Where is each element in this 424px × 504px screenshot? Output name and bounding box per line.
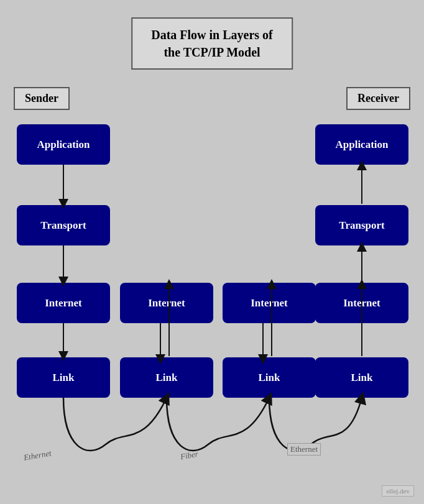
sender-transport-block: Transport: [17, 205, 110, 245]
receiver-link-block: Link: [315, 357, 408, 398]
title-line2: the TCP/IP Model: [164, 45, 260, 59]
title-line1: Data Flow in Layers of: [151, 28, 273, 42]
ethernet-label-1: Ethernet: [23, 448, 52, 463]
sender-label: Sender: [14, 87, 70, 110]
receiver-internet-block: Internet: [315, 283, 408, 323]
receiver-transport-block: Transport: [315, 205, 408, 245]
diagram-title: Data Flow in Layers of the TCP/IP Model: [131, 17, 293, 70]
sender-internet-block: Internet: [17, 283, 110, 323]
ethernet-label-2: Ethernet: [287, 443, 321, 456]
receiver-label: Receiver: [346, 87, 410, 110]
router2-internet-block: Internet: [223, 283, 316, 323]
router2-link-block: Link: [223, 357, 316, 398]
sender-application-block: Application: [17, 124, 110, 165]
router1-internet-block: Internet: [120, 283, 213, 323]
sender-link-block: Link: [17, 357, 110, 398]
router1-link-block: Link: [120, 357, 213, 398]
watermark: ellej.dev: [382, 485, 414, 497]
fiber-label: Fiber: [180, 449, 199, 462]
arrows-diagram: [0, 0, 424, 504]
receiver-application-block: Application: [315, 124, 408, 165]
